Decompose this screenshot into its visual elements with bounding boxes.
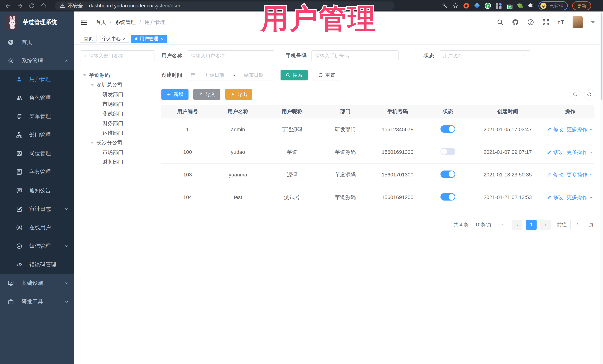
header-search-icon[interactable]	[497, 19, 504, 26]
app-title: 芋道管理系统	[23, 18, 57, 26]
sidebar-item-system[interactable]: 系统管理	[0, 52, 74, 70]
tree-node[interactable]: 芋道源码	[80, 70, 155, 80]
tab-profile[interactable]: 个人中心 ×	[99, 35, 129, 43]
sidebar-item-devtools[interactable]: 研发工具	[0, 292, 74, 311]
status-toggle[interactable]	[441, 193, 455, 200]
goto-page-input[interactable]	[570, 220, 585, 230]
sidebar-item-audit-log[interactable]: 审计日志	[0, 200, 74, 218]
tree-node[interactable]: 运维部门	[80, 128, 155, 138]
extension-on-badge-icon[interactable]: on	[506, 3, 512, 9]
edit-link[interactable]: 修改	[547, 194, 563, 201]
extension-puzzle-icon[interactable]	[528, 3, 534, 9]
reset-button[interactable]: 重置	[313, 70, 340, 80]
close-icon[interactable]: ×	[161, 36, 163, 41]
sidebar-item-sms-management[interactable]: 短信管理	[0, 237, 74, 255]
address-bar[interactable]: 不安全 dashboard.yudao.iocoder.cn/system/us…	[55, 1, 394, 10]
more-actions-link[interactable]: 更多操作	[567, 149, 593, 156]
sidebar-item-error-code[interactable]: 错误码管理	[0, 255, 74, 274]
url-text[interactable]: dashboard.yudao.iocoder.cn/system/user	[89, 3, 180, 9]
department-search-input[interactable]	[89, 53, 151, 59]
status-select[interactable]: 用户状态	[439, 50, 530, 61]
sidebar-item-notice[interactable]: 通知公告	[0, 181, 74, 200]
sidebar-item-online-users[interactable]: 在线用户	[0, 218, 74, 237]
avatar-caret-icon[interactable]	[591, 21, 595, 23]
page-size-select[interactable]: 10条/页	[472, 220, 508, 230]
sidebar-collapse-icon[interactable]	[80, 19, 88, 26]
tab-home[interactable]: 首页	[80, 35, 96, 43]
edit-link[interactable]: 修改	[547, 149, 563, 156]
sidebar-item-dept-management[interactable]: 部门管理	[0, 126, 74, 144]
extension-leaf-icon[interactable]	[517, 3, 523, 9]
browser-reload-icon[interactable]	[29, 3, 35, 9]
tree-node[interactable]: 长沙分公司	[80, 138, 155, 147]
extension-ublock-icon[interactable]	[463, 3, 469, 9]
tree-node[interactable]: 财务部门	[80, 119, 155, 128]
tree-node[interactable]: 深圳总公司	[80, 80, 155, 90]
mobile-input[interactable]	[311, 50, 399, 61]
app-logo[interactable]: 芋道管理系统	[0, 11, 74, 33]
more-actions-link[interactable]: 更多操作	[567, 171, 593, 178]
github-icon[interactable]	[512, 19, 519, 26]
refresh-table-button[interactable]	[584, 89, 594, 99]
more-actions-link[interactable]: 更多操作	[567, 126, 593, 133]
toolbox-icon	[7, 298, 14, 305]
bookmark-star-icon[interactable]	[452, 3, 459, 9]
sidebar-item-infrastructure[interactable]: 基础设施	[0, 274, 74, 292]
show-search-toggle-button[interactable]	[570, 89, 580, 99]
tree-node[interactable]: 财务部门	[80, 157, 155, 167]
sidebar-item-dict-management[interactable]: 字典管理	[0, 163, 74, 181]
browser-forward-icon[interactable]	[17, 3, 23, 9]
sidebar-item-menu-management[interactable]: 菜单管理	[0, 107, 74, 126]
status-toggle[interactable]	[441, 170, 455, 178]
cell-nickname: 测试号	[262, 186, 322, 209]
page-scrollbar[interactable]	[600, 11, 603, 364]
tree-node[interactable]: 测试部门	[80, 109, 155, 119]
key-icon[interactable]	[441, 3, 448, 9]
add-button[interactable]: 新增	[162, 89, 188, 100]
topbar: 首页 / 系统管理 / 用户管理 тT	[74, 11, 603, 33]
fullscreen-icon[interactable]	[542, 19, 549, 26]
search-button[interactable]: 搜索	[280, 70, 308, 80]
user-icon	[16, 76, 23, 83]
tab-user-management[interactable]: 用户管理 ×	[131, 35, 167, 43]
import-button[interactable]: 导入	[193, 89, 220, 100]
page-number-1[interactable]: 1	[526, 220, 537, 230]
sidebar-item-post-management[interactable]: 岗位管理	[0, 144, 74, 163]
create-time-range-picker[interactable]: 开始日期 - 结束日期	[187, 70, 274, 80]
tree-node[interactable]: 研发部门	[80, 90, 155, 99]
tree-node[interactable]: 市场部门	[80, 99, 155, 109]
tree-caret-icon[interactable]	[91, 84, 94, 86]
sidebar-item-home[interactable]: 首页	[0, 33, 74, 52]
browser-update-button[interactable]: 更新	[572, 1, 591, 10]
export-button[interactable]: 导出	[225, 89, 252, 100]
font-size-icon[interactable]: тT	[557, 19, 564, 25]
not-secure-label[interactable]: 不安全	[68, 2, 83, 9]
tree-caret-icon[interactable]	[83, 74, 86, 76]
edit-link[interactable]: 修改	[547, 171, 563, 178]
username-input[interactable]	[187, 50, 274, 61]
breadcrumb-system[interactable]: 系统管理	[115, 19, 136, 26]
user-avatar[interactable]	[573, 16, 583, 28]
status-toggle[interactable]	[441, 148, 455, 155]
extension-grid-icon[interactable]	[495, 3, 502, 9]
status-toggle[interactable]	[441, 125, 455, 133]
sidebar-item-user-management[interactable]: 用户管理	[0, 70, 74, 88]
browser-home-icon[interactable]	[40, 3, 47, 9]
next-page-button[interactable]	[540, 220, 551, 230]
edit-link[interactable]: 修改	[547, 126, 563, 133]
prev-page-button[interactable]	[512, 220, 522, 230]
more-actions-link[interactable]: 更多操作	[567, 194, 593, 201]
breadcrumb-home[interactable]: 首页	[96, 19, 106, 26]
extension-y-icon[interactable]: y	[485, 3, 491, 9]
profile-paused-badge[interactable]: 已暂停	[538, 1, 568, 10]
sidebar-item-role-management[interactable]: 角色管理	[0, 88, 74, 107]
tree-caret-icon[interactable]	[91, 142, 94, 144]
menu-list-icon	[16, 113, 23, 120]
extension-gem-icon[interactable]	[474, 3, 480, 9]
help-icon[interactable]	[527, 19, 534, 26]
scrollbar-thumb[interactable]	[601, 13, 603, 100]
tree-node[interactable]: 市场部门	[80, 147, 155, 157]
browser-back-icon[interactable]	[5, 3, 11, 9]
close-icon[interactable]: ×	[123, 36, 126, 41]
browser-menu-kebab-icon[interactable]	[596, 3, 598, 9]
